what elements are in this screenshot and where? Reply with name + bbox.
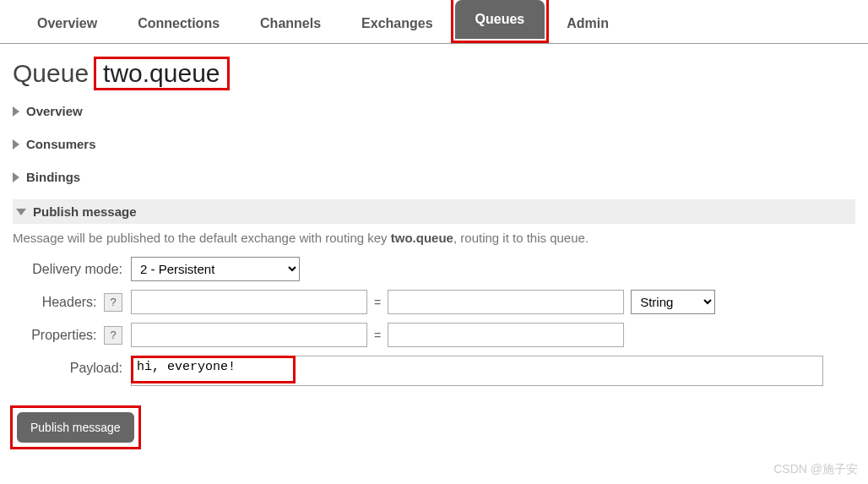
- section-consumers[interactable]: Consumers: [13, 133, 855, 155]
- page-title: Queue two.queue: [13, 57, 855, 90]
- properties-label: Properties: ?: [13, 326, 131, 345]
- chevron-right-icon: [13, 106, 19, 117]
- section-bindings[interactable]: Bindings: [13, 166, 855, 188]
- page-title-prefix: Queue: [13, 59, 89, 88]
- queues-tab-highlight: Queues: [451, 0, 550, 43]
- properties-row: Properties: ? =: [13, 323, 855, 347]
- properties-help-button[interactable]: ?: [104, 326, 122, 345]
- payload-label: Payload:: [13, 356, 131, 376]
- section-overview[interactable]: Overview: [13, 101, 855, 122]
- header-value-input[interactable]: [388, 290, 624, 314]
- section-publish-message: Publish message Message will be publishe…: [13, 199, 855, 449]
- tab-exchanges[interactable]: Exchanges: [341, 4, 453, 43]
- section-consumers-label: Consumers: [26, 137, 96, 151]
- section-overview-label: Overview: [26, 104, 83, 118]
- delivery-mode-label: Delivery mode:: [13, 262, 131, 277]
- tab-queues[interactable]: Queues: [455, 0, 545, 39]
- publish-message-button[interactable]: Publish message: [17, 412, 134, 443]
- tab-channels[interactable]: Channels: [240, 4, 341, 43]
- section-publish-header[interactable]: Publish message: [13, 199, 855, 224]
- publish-button-highlight: Publish message: [10, 405, 141, 449]
- page-content: Queue two.queue Overview Consumers Bindi…: [0, 44, 868, 474]
- section-bindings-label: Bindings: [26, 170, 80, 184]
- headers-row: Headers: ? = String: [13, 290, 855, 314]
- header-key-input[interactable]: [131, 290, 367, 314]
- watermark: CSDN @施子安: [773, 462, 858, 477]
- header-type-select[interactable]: String: [631, 290, 715, 314]
- chevron-right-icon: [13, 172, 19, 182]
- payload-textarea[interactable]: [131, 356, 823, 386]
- tab-admin[interactable]: Admin: [546, 4, 629, 43]
- property-key-input[interactable]: [131, 323, 367, 347]
- section-publish-label: Publish message: [33, 204, 137, 219]
- headers-label: Headers: ?: [13, 293, 131, 312]
- equals-sign: =: [374, 329, 381, 342]
- headers-help-button[interactable]: ?: [104, 293, 122, 312]
- queue-name-highlight: two.queue: [94, 57, 229, 90]
- tab-connections[interactable]: Connections: [117, 4, 240, 43]
- payload-row: Payload:: [13, 356, 855, 389]
- tab-overview[interactable]: Overview: [17, 4, 117, 43]
- equals-sign: =: [374, 296, 381, 309]
- publish-description: Message will be published to the default…: [13, 231, 855, 245]
- chevron-right-icon: [13, 139, 19, 150]
- delivery-mode-select[interactable]: 2 - Persistent: [131, 257, 300, 281]
- property-value-input[interactable]: [388, 323, 624, 347]
- delivery-mode-row: Delivery mode: 2 - Persistent: [13, 257, 855, 281]
- chevron-down-icon: [16, 209, 26, 215]
- main-tabs: Overview Connections Channels Exchanges …: [0, 0, 868, 44]
